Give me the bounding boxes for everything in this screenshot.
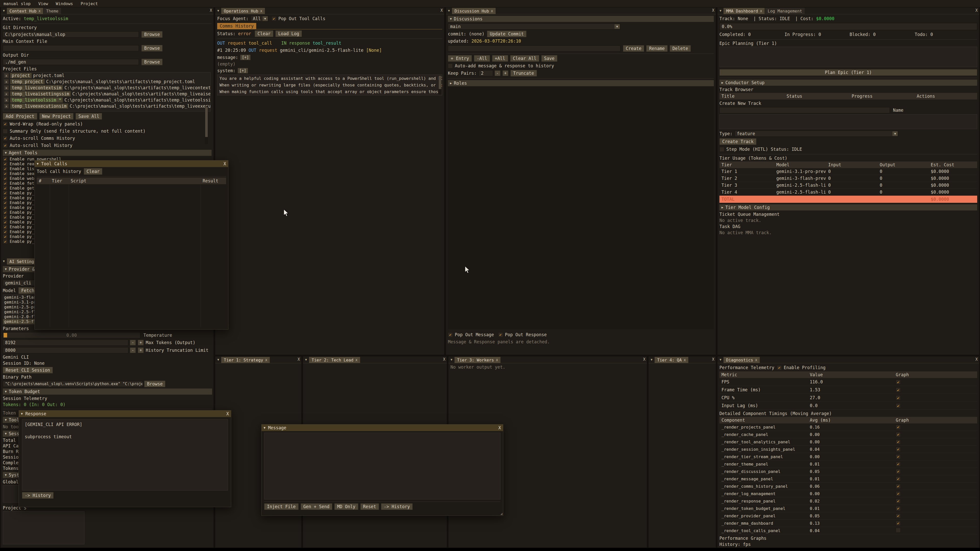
files-scrollbar[interactable] — [205, 106, 208, 144]
window-menu-icon[interactable]: ▼ — [649, 356, 655, 363]
component-graph-checkbox[interactable] — [896, 528, 900, 533]
tool-checkbox[interactable] — [3, 195, 8, 200]
git-directory-input[interactable]: C:\projects\manual_slop — [3, 32, 139, 38]
temperature-slider[interactable]: 0.00 — [3, 332, 140, 338]
rename-discussion-button[interactable]: Rename — [646, 45, 667, 52]
close-icon[interactable]: X — [298, 357, 300, 362]
plus-button[interactable]: + — [503, 70, 508, 76]
tab-log-management[interactable]: Log Management — [765, 8, 805, 14]
component-graph-checkbox[interactable] — [896, 447, 900, 452]
close-icon[interactable]: X — [443, 357, 445, 362]
component-graph-checkbox[interactable] — [896, 499, 900, 503]
option-checkbox[interactable] — [3, 143, 8, 148]
menu-item-view[interactable]: View — [38, 1, 48, 6]
expand-system-button[interactable]: [+] — [238, 68, 248, 73]
autoadd-checkbox[interactable] — [448, 64, 453, 68]
project-system-textarea[interactable] — [3, 511, 84, 545]
chevron-down-icon[interactable]: ▼ — [262, 16, 268, 21]
tab-operations-hub[interactable]: Operations HubX — [221, 8, 265, 14]
create-track-button[interactable]: Create Track — [719, 138, 756, 145]
model-list-item[interactable]: gemini-2.5-flash- — [3, 319, 38, 324]
tool-checkbox[interactable] — [3, 157, 8, 162]
caret-down-icon[interactable]: ▼ — [37, 162, 38, 165]
truncate-button[interactable]: Truncate — [511, 70, 537, 76]
window-menu-icon[interactable]: ▼ — [215, 356, 221, 363]
discussions-header[interactable]: ▼ Discussions — [448, 16, 714, 22]
git-browse-button[interactable]: Browse — [142, 31, 162, 38]
clear-tool-history-button[interactable]: Clear — [84, 168, 102, 175]
tool-checkbox[interactable] — [3, 191, 8, 195]
expand-message-button[interactable]: [+] — [240, 55, 251, 60]
project-file-row[interactable]: x temp_liveaisettingssim C:\projects\man… — [3, 91, 210, 97]
agent-tools-header[interactable]: ▼ Agent Tools — [3, 150, 212, 156]
model-list-item[interactable]: gemini-3.1-pro-pr — [3, 300, 37, 305]
tab-tier2[interactable]: Tier 2: Tech LeadX — [309, 357, 360, 363]
save-all-button[interactable]: Save All — [76, 113, 102, 120]
plan-epic-button[interactable]: Plan Epic (Tier 1) — [719, 69, 977, 76]
discussion-combo[interactable]: main ▼ — [448, 24, 620, 30]
add-entry-button[interactable]: + Entry — [448, 55, 472, 62]
window-menu-icon[interactable]: ▼ — [446, 7, 452, 14]
focus-agent-combo[interactable]: All ▼ — [251, 16, 269, 22]
provider-combo[interactable]: gemini_cli — [3, 280, 37, 286]
tool-checkbox[interactable] — [3, 220, 8, 224]
tab-tier1[interactable]: Tier 1: StrategyX — [221, 357, 270, 363]
tab-theme[interactable]: Theme — [44, 8, 61, 14]
close-icon[interactable]: X — [975, 8, 978, 13]
close-icon[interactable]: X — [224, 161, 226, 166]
binary-browse-button[interactable]: Browse — [144, 381, 165, 387]
inject-file-button[interactable]: Inject File — [264, 503, 299, 510]
close-icon[interactable]: X — [38, 9, 41, 13]
tool-checkbox[interactable] — [3, 229, 8, 234]
close-icon[interactable]: X — [265, 358, 267, 362]
close-icon[interactable]: X — [210, 8, 212, 13]
response-to-history-button[interactable]: -> History — [22, 492, 54, 499]
metric-graph-checkbox[interactable] — [896, 395, 900, 400]
close-icon[interactable]: X — [491, 9, 493, 13]
comms-entry-line[interactable]: #1 20:25:09 OUT request gemini_cli/gemin… — [217, 48, 442, 53]
metric-graph-checkbox[interactable] — [896, 387, 900, 392]
tool-checkbox[interactable] — [3, 166, 8, 171]
component-graph-checkbox[interactable] — [896, 425, 900, 430]
tab-mma-dashboard[interactable]: MMA DashboardX — [724, 8, 765, 14]
tab-tier4[interactable]: Tier 4: QAX — [655, 357, 688, 363]
window-menu-icon[interactable]: ▼ — [1, 258, 7, 265]
window-menu-icon[interactable]: ▼ — [303, 356, 309, 363]
resize-grip-icon[interactable]: ◢ — [501, 511, 503, 516]
window-menu-icon[interactable]: ▼ — [449, 356, 455, 363]
keep-pairs-input[interactable]: 2 — [479, 70, 493, 76]
gen-send-button[interactable]: Gen + Send — [301, 503, 332, 510]
binary-path-input[interactable]: "C:\projects\manual_slop\.venv\Scripts\p… — [3, 381, 143, 387]
close-icon[interactable]: X — [355, 358, 358, 362]
model-list-item[interactable]: gemini-3-flash-pr — [3, 295, 37, 300]
chevron-down-icon[interactable]: ▼ — [614, 24, 620, 29]
track-type-combo[interactable]: feature ▼ — [735, 130, 898, 137]
output-dir-input[interactable]: ./md_gen — [3, 59, 139, 65]
component-graph-checkbox[interactable] — [896, 491, 900, 496]
system-prompt-textarea[interactable]: You are a helpful coding assistant with … — [217, 75, 442, 95]
reset-cli-session-button[interactable]: Reset CLI Session — [3, 367, 53, 373]
add-project-button[interactable]: Add Project — [3, 113, 37, 120]
tool-checkbox[interactable] — [3, 224, 8, 229]
caret-down-icon[interactable]: ▼ — [264, 426, 266, 430]
close-icon[interactable]: X — [975, 357, 978, 362]
window-menu-icon[interactable]: ▼ — [215, 7, 221, 14]
tab-discussion-hub[interactable]: Discussion HubX — [452, 8, 496, 14]
main-context-browse-button[interactable]: Browse — [142, 45, 162, 52]
component-graph-checkbox[interactable] — [896, 513, 900, 518]
minus-button[interactable]: - — [130, 340, 136, 345]
tool-calls-titlebar[interactable]: ▼ Tool Calls X — [35, 160, 228, 167]
track-description-textarea[interactable] — [719, 114, 977, 129]
remove-file-icon[interactable]: x — [4, 86, 9, 90]
plus-button[interactable]: + — [138, 348, 144, 353]
main-context-file-input[interactable] — [3, 45, 139, 51]
tool-checkbox[interactable] — [3, 200, 8, 205]
new-project-button[interactable]: New Project — [39, 113, 74, 120]
project-file-row[interactable]: x temp_livecontextsim C:\projects\manual… — [3, 85, 210, 91]
remove-file-icon[interactable]: x — [4, 98, 9, 102]
reset-button[interactable]: Reset — [360, 503, 379, 510]
epic-planning-textarea[interactable] — [719, 47, 977, 67]
component-graph-checkbox[interactable] — [896, 521, 900, 526]
metric-graph-checkbox[interactable] — [896, 403, 900, 408]
tool-checkbox[interactable] — [3, 162, 8, 166]
